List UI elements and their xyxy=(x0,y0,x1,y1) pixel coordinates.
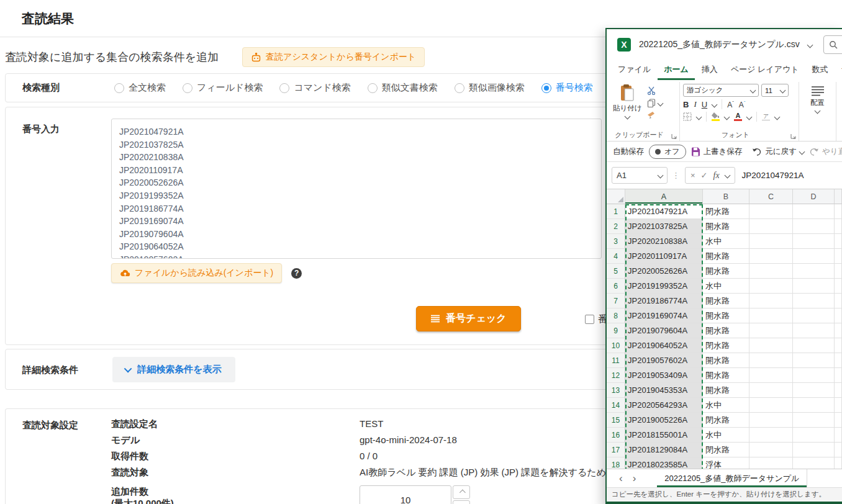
cell-C12[interactable] xyxy=(749,368,793,383)
file-import-button[interactable]: ファイルから読み込み(インポート) xyxy=(111,263,282,283)
redo-button[interactable]: やり直し xyxy=(809,146,842,157)
help-icon[interactable]: ? xyxy=(291,268,302,279)
font-color-button[interactable]: A xyxy=(734,113,742,121)
cell-C10[interactable] xyxy=(749,338,793,353)
italic-button[interactable]: I xyxy=(694,99,696,109)
row-header-5[interactable]: 5 xyxy=(607,264,625,279)
cell-D12[interactable] xyxy=(793,368,835,383)
cell-C8[interactable] xyxy=(749,308,793,323)
column-header-B[interactable]: B xyxy=(703,189,749,204)
cell-A3[interactable]: JP2020210838A xyxy=(625,234,703,249)
cell-E1[interactable] xyxy=(835,204,842,219)
cut-button[interactable] xyxy=(647,86,663,95)
search-box[interactable] xyxy=(823,35,842,54)
radio-icon[interactable] xyxy=(114,83,124,93)
cell-D9[interactable] xyxy=(793,323,835,338)
ribbon-tab-4[interactable]: 数式 xyxy=(806,60,835,80)
cell-D11[interactable] xyxy=(793,353,835,368)
cell-B17[interactable]: 閉水路 xyxy=(703,443,749,457)
select-all-corner[interactable] xyxy=(607,189,625,204)
row-header-17[interactable]: 17 xyxy=(607,443,625,457)
cell-E6[interactable] xyxy=(835,279,842,294)
cell-C15[interactable] xyxy=(749,413,793,428)
cell-D13[interactable] xyxy=(793,383,835,398)
cell-B1[interactable]: 閉水路 xyxy=(703,204,749,219)
cell-E10[interactable] xyxy=(835,338,842,353)
stepper-up-button[interactable] xyxy=(453,485,470,499)
paste-button[interactable]: 貼り付け xyxy=(613,84,642,131)
cell-A14[interactable]: JP2020564293A xyxy=(625,398,703,413)
insert-function-button[interactable]: fx xyxy=(713,171,720,181)
cell-B7[interactable]: 開水路 xyxy=(703,294,749,308)
search-type-option-5[interactable]: 番号検索 xyxy=(541,82,593,94)
cell-A6[interactable]: JP2019199352A xyxy=(625,279,703,294)
cell-A12[interactable]: JP2019053409A xyxy=(625,368,703,383)
row-header-15[interactable]: 15 xyxy=(607,413,625,428)
cell-B13[interactable]: 開水路 xyxy=(703,383,749,398)
column-header-C[interactable]: C xyxy=(749,189,793,204)
alignment-group[interactable]: 配置 xyxy=(799,82,836,141)
radio-icon[interactable] xyxy=(455,83,464,93)
cell-A2[interactable]: JP2021037825A xyxy=(625,219,703,234)
cell-B12[interactable]: 開水路 xyxy=(703,368,749,383)
cell-E8[interactable] xyxy=(835,308,842,323)
cell-C18[interactable] xyxy=(749,457,793,469)
row-header-1[interactable]: 1 xyxy=(607,204,625,219)
row-header-3[interactable]: 3 xyxy=(607,234,625,249)
cell-A15[interactable]: JP2019005226A xyxy=(625,413,703,428)
ribbon-tab-2[interactable]: 挿入 xyxy=(695,60,724,80)
cell-D6[interactable] xyxy=(793,279,835,294)
cell-D1[interactable] xyxy=(793,204,835,219)
ribbon-tab-5[interactable]: データ xyxy=(835,60,842,80)
cell-E4[interactable] xyxy=(835,249,842,264)
cell-B18[interactable]: 浮体 xyxy=(703,457,749,469)
cell-C2[interactable] xyxy=(749,219,793,234)
cell-B10[interactable]: 閉水路 xyxy=(703,338,749,353)
cell-D14[interactable] xyxy=(793,398,835,413)
cell-D15[interactable] xyxy=(793,413,835,428)
cell-B15[interactable]: 閉水路 xyxy=(703,413,749,428)
cell-C14[interactable] xyxy=(749,398,793,413)
cell-C5[interactable] xyxy=(749,264,793,279)
cell-B16[interactable]: 水中 xyxy=(703,428,749,443)
cell-D8[interactable] xyxy=(793,308,835,323)
cell-A9[interactable]: JP2019079604A xyxy=(625,323,703,338)
cell-E5[interactable] xyxy=(835,264,842,279)
number-check-button[interactable]: 番号チェック xyxy=(416,306,521,331)
cell-E16[interactable] xyxy=(835,428,842,443)
phonetic-ruby-button[interactable]: ア xyxy=(762,113,770,120)
cell-A7[interactable]: JP2019186774A xyxy=(625,294,703,308)
row-header-11[interactable]: 11 xyxy=(607,353,625,368)
cell-B4[interactable]: 開水路 xyxy=(703,249,749,264)
cell-A4[interactable]: JP2020110917A xyxy=(625,249,703,264)
cell-C1[interactable] xyxy=(749,204,793,219)
cell-A17[interactable]: JP2018129084A xyxy=(625,443,703,457)
cell-D7[interactable] xyxy=(793,294,835,308)
row-header-2[interactable]: 2 xyxy=(607,219,625,234)
search-type-option-4[interactable]: 類似画像検索 xyxy=(455,82,525,94)
column-header-D[interactable]: D xyxy=(793,189,835,204)
row-header-6[interactable]: 6 xyxy=(607,279,625,294)
row-header-18[interactable]: 18 xyxy=(607,457,625,469)
cell-B5[interactable]: 開水路 xyxy=(703,264,749,279)
cell-A10[interactable]: JP2019064052A xyxy=(625,338,703,353)
cell-E9[interactable] xyxy=(835,323,842,338)
font-name-select[interactable]: 游ゴシック xyxy=(683,84,759,97)
sheet-next-icon[interactable]: › xyxy=(628,472,641,485)
cell-D2[interactable] xyxy=(793,219,835,234)
sheet-tab[interactable]: 20221205_多値_教師データサンプル xyxy=(657,469,807,487)
format-painter-button[interactable] xyxy=(647,111,663,119)
undo-button[interactable]: 元に戻す xyxy=(752,146,804,157)
radio-icon[interactable] xyxy=(368,83,378,93)
cell-E11[interactable] xyxy=(835,353,842,368)
autosave-toggle[interactable]: オフ xyxy=(649,145,686,159)
cell-A13[interactable]: JP2019045353A xyxy=(625,383,703,398)
ribbon-tab-0[interactable]: ファイル xyxy=(612,60,657,80)
bold-button[interactable]: B xyxy=(683,100,689,109)
cell-B6[interactable]: 水中 xyxy=(703,279,749,294)
cell-D4[interactable] xyxy=(793,249,835,264)
radio-icon[interactable] xyxy=(541,83,551,93)
cell-E17[interactable] xyxy=(835,443,842,457)
cell-A1[interactable]: JP2021047921A xyxy=(625,204,703,219)
cell-E7[interactable] xyxy=(835,294,842,308)
